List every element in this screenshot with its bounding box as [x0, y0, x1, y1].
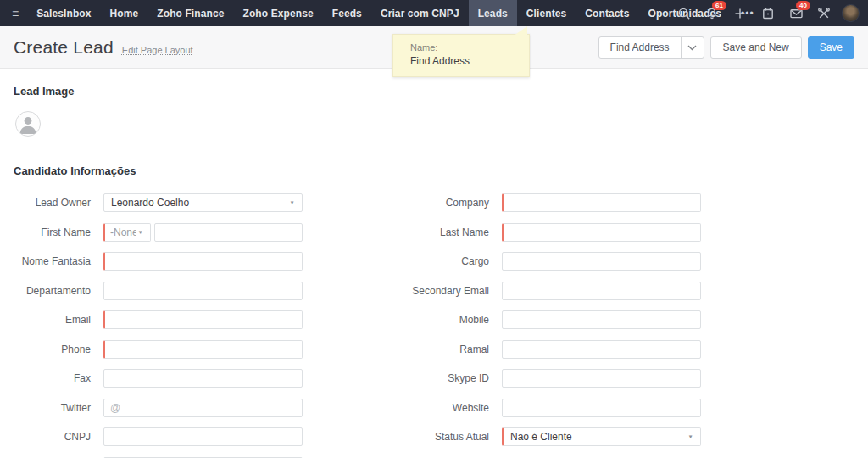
field-row-status-atual: Status Atual Não é Cliente ▼ [412, 427, 701, 446]
lead-owner-value: Leonardo Coelho [104, 197, 287, 209]
field-row-first-name: First Name -None- ▼ [14, 223, 412, 242]
add-new-icon[interactable] [730, 3, 750, 24]
field-row-cargo: Cargo [412, 252, 701, 271]
field-row-phone: Phone [14, 340, 412, 359]
company-field-wrap [502, 193, 701, 212]
nav-item-zoho-expense[interactable]: Zoho Expense [233, 0, 322, 26]
nav-item-clientes[interactable]: Clientes [517, 0, 576, 26]
cnpj-field[interactable] [104, 428, 302, 445]
cnpj-field-wrap [103, 427, 303, 446]
mail-count-badge: 40 [796, 1, 810, 10]
field-label: Skype ID [412, 372, 502, 384]
field-row-ramal: Ramal [412, 340, 701, 359]
field-row-last-name: Last Name [412, 223, 701, 242]
chevron-down-icon: ▼ [290, 200, 300, 206]
hamburger-menu-icon[interactable]: ≡ [0, 0, 27, 26]
company-field[interactable] [504, 194, 700, 211]
nav-item-criar-com-cnpj[interactable]: Criar com CNPJ [371, 0, 469, 26]
secondary-email-field-wrap [502, 282, 701, 300]
first-name-field[interactable] [155, 224, 302, 241]
form-column-left: Lead Owner Leonardo Coelho ▼ First Name … [14, 193, 412, 458]
status-atual-select[interactable]: Não é Cliente ▼ [502, 427, 701, 446]
nav-item-contacts[interactable]: Contacts [576, 0, 638, 26]
nav-item-feeds[interactable]: Feeds [323, 0, 371, 26]
form-column-right: Company Last Name Cargo Secondary Email [412, 193, 701, 458]
nav-item-salesinbox[interactable]: SalesInbox [27, 0, 100, 26]
departamento-field[interactable] [104, 282, 302, 299]
secondary-email-field[interactable] [503, 282, 700, 299]
field-row-mobile: Mobile [412, 310, 701, 329]
field-label: Mobile [412, 314, 502, 326]
cargo-field-wrap [502, 252, 701, 271]
field-row-company: Company [412, 193, 701, 212]
candidate-info-section-title: Candidato Informações [14, 165, 854, 177]
email-field[interactable] [105, 311, 302, 328]
nav-item-leads[interactable]: Leads [469, 0, 517, 26]
lead-image-section-title: Lead Image [14, 85, 854, 98]
field-label: CNPJ [14, 431, 103, 443]
cargo-field[interactable] [503, 253, 700, 270]
field-row-cnpj: CNPJ [14, 427, 412, 446]
ramal-field[interactable] [503, 341, 700, 358]
field-label: Cargo [412, 255, 502, 267]
create-lead-form: Lead Image Candidato Informações Lead Ow… [0, 69, 868, 458]
field-label: Phone [14, 344, 103, 355]
chevron-down-icon: ▼ [138, 229, 148, 235]
field-label: Departamento [14, 285, 103, 297]
field-label: Secondary Email [412, 285, 502, 297]
nav-right-icons: 61 40 [674, 0, 868, 26]
page-title: Create Lead [14, 37, 114, 58]
field-label: Company [412, 197, 502, 209]
fax-field[interactable] [104, 370, 302, 387]
nav-item-home[interactable]: Home [101, 0, 148, 26]
nome-fantasia-field-wrap [103, 252, 303, 271]
salutation-select[interactable]: -None- ▼ [103, 223, 151, 242]
save-button[interactable]: Save [808, 36, 854, 59]
mail-icon[interactable]: 40 [786, 3, 806, 24]
tooltip-value: Find Address [410, 55, 529, 67]
field-label: Last Name [412, 226, 502, 238]
field-row-fax: Fax [14, 369, 412, 388]
status-atual-value: Não é Cliente [504, 431, 686, 443]
website-field-wrap [502, 399, 701, 417]
find-address-dropdown-arrow[interactable] [681, 37, 704, 58]
field-row-website: Website [412, 399, 701, 417]
field-row-twitter: Twitter [14, 399, 412, 417]
phone-field-wrap [103, 340, 303, 359]
search-icon[interactable] [674, 3, 694, 24]
nome-fantasia-field[interactable] [105, 253, 302, 270]
lead-owner-select[interactable]: Leonardo Coelho ▼ [103, 193, 303, 212]
save-and-new-button[interactable]: Save and New [710, 36, 802, 59]
user-avatar[interactable] [842, 4, 860, 22]
field-label: Website [412, 402, 502, 414]
field-label: Twitter [14, 402, 103, 414]
lead-image-upload[interactable] [15, 111, 41, 137]
skype-id-field[interactable] [503, 370, 700, 387]
last-name-field[interactable] [504, 224, 700, 241]
nav-item-zoho-finance[interactable]: Zoho Finance [147, 0, 233, 26]
field-label: Fax [14, 372, 103, 384]
fax-field-wrap [103, 369, 303, 388]
email-field-wrap [103, 310, 303, 329]
phone-field[interactable] [105, 341, 302, 358]
edit-page-layout-link[interactable]: Edit Page Layout [122, 45, 193, 55]
field-label: Ramal [412, 344, 502, 355]
tooltip-label: Name: [410, 42, 529, 53]
field-row-nome-fantasia: Nome Fantasia [14, 252, 412, 271]
first-name-field-wrap [154, 223, 303, 242]
mobile-field[interactable] [503, 311, 700, 328]
person-silhouette-icon [16, 112, 40, 136]
field-row-secondary-email: Secondary Email [412, 282, 701, 300]
find-address-button-label[interactable]: Find Address [599, 42, 681, 53]
find-address-split-button[interactable]: Find Address [598, 36, 704, 59]
twitter-field-wrap [103, 399, 303, 417]
field-name-tooltip: Name: Find Address [392, 34, 530, 77]
skype-id-field-wrap [502, 369, 701, 388]
tools-marketplace-icon[interactable] [814, 3, 834, 24]
website-field[interactable] [503, 399, 700, 416]
notifications-bell-icon[interactable]: 61 [702, 3, 722, 24]
calendar-icon[interactable] [758, 3, 778, 24]
twitter-field[interactable] [104, 399, 302, 416]
field-row-departamento: Departamento [14, 282, 412, 300]
mobile-field-wrap [502, 310, 701, 329]
